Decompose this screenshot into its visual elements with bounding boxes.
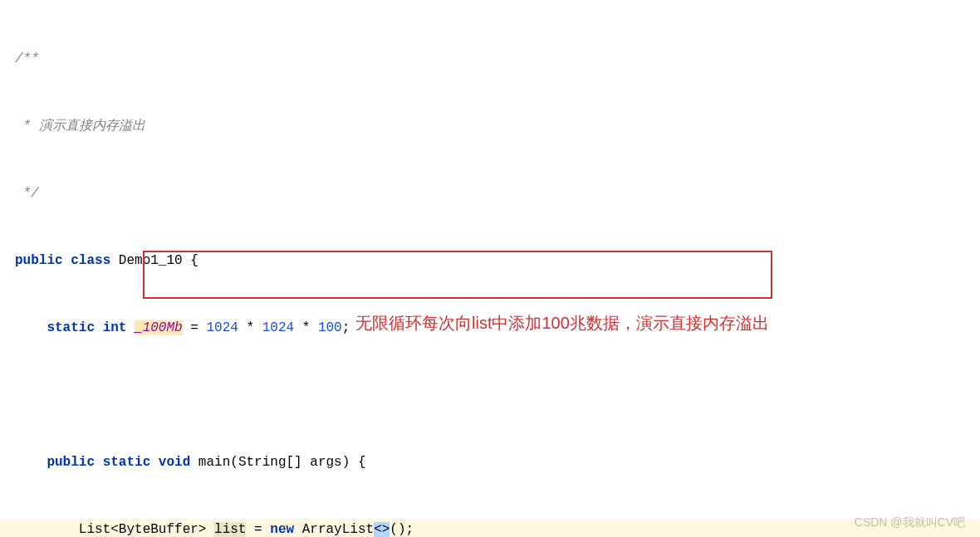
annotation-label: 无限循环每次向list中添加100兆数据，演示直接内存溢出 <box>355 312 769 334</box>
type-list: List <box>79 522 110 537</box>
number-literal: 1024 <box>206 320 238 335</box>
field-100mb: _100Mb <box>135 320 183 335</box>
type-arraylist: ArrayList <box>302 522 374 537</box>
brace: { <box>190 253 198 268</box>
code-line: public static void main(String[] args) { <box>0 452 980 474</box>
param-args: String[] args <box>238 455 342 470</box>
keyword-public: public <box>47 455 95 470</box>
code-line-blank <box>0 384 980 407</box>
number-literal: 1024 <box>262 320 294 335</box>
class-name: Demo1_10 <box>119 253 183 268</box>
comment-text: /** <box>15 51 39 66</box>
keyword-new: new <box>270 522 294 537</box>
code-line: /** <box>0 48 980 71</box>
watermark: CSDN @我就叫CV吧 <box>855 515 965 530</box>
keyword-static: static <box>103 455 151 470</box>
code-editor[interactable]: /** * 演示直接内存溢出 */ public class Demo1_10 … <box>0 0 980 537</box>
code-line: */ <box>0 183 980 205</box>
number-literal: 100 <box>318 320 342 335</box>
comment-text: * 演示直接内存溢出 <box>15 119 145 134</box>
keyword-class: class <box>71 253 110 268</box>
code-line: public class Demo1_10 { <box>0 250 980 272</box>
diamond-operator: <> <box>374 522 390 537</box>
comment-text: */ <box>15 186 39 201</box>
keyword-static: static <box>47 320 95 335</box>
code-line: * 演示直接内存溢出 <box>0 115 980 138</box>
keyword-public: public <box>15 253 63 268</box>
var-list: list <box>214 522 246 537</box>
keyword-void: void <box>159 455 190 470</box>
type-bytebuffer: ByteBuffer <box>119 522 198 537</box>
code-line-current: List<ByteBuffer> list = new ArrayList<>(… <box>0 519 980 537</box>
keyword-int: int <box>103 320 127 335</box>
method-main: main <box>198 455 230 470</box>
